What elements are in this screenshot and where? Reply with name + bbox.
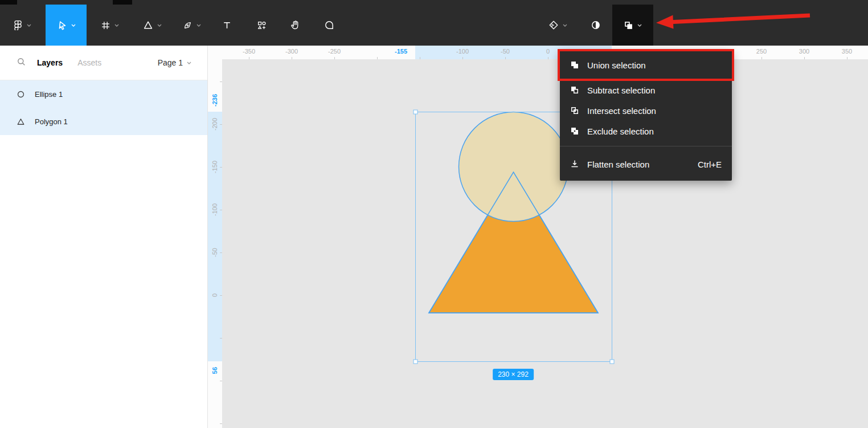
ruler-tick (220, 81, 222, 82)
triangle-icon (143, 20, 153, 30)
ruler-label: -236 (211, 94, 218, 107)
chevron-down-icon[interactable] (563, 24, 567, 27)
ruler-label: 0 (211, 294, 218, 297)
left-sidebar: Layers Assets Page 1 Ellipse 1 Polygon 1 (0, 46, 208, 428)
menu-item-label: Subtract selection (587, 85, 655, 95)
mask-icon (548, 20, 559, 30)
ruler-tick (761, 57, 762, 59)
tab-assets[interactable]: Assets (77, 58, 101, 67)
ruler-tick (220, 124, 222, 125)
window-strip (113, 0, 132, 5)
text-icon (222, 21, 232, 30)
chevron-down-icon (27, 24, 31, 27)
canvas-artwork (222, 59, 868, 428)
boolean-union-icon (624, 21, 633, 30)
ruler-tick (505, 57, 506, 59)
menu-item-shortcut: Ctrl+E (698, 160, 722, 169)
figma-logo-icon (13, 20, 23, 30)
annotation-arrow-icon (649, 6, 868, 34)
window-strip (0, 0, 17, 5)
menu-item-exclude-selection[interactable]: Exclude selection (560, 121, 732, 141)
ruler-tick (462, 57, 463, 59)
resources-tool-button[interactable] (249, 5, 273, 46)
page-selector-label: Page 1 (158, 58, 183, 67)
horizontal-ruler[interactable]: -350-300-250-155-100-500250300350 (222, 46, 868, 59)
move-tool-button[interactable] (46, 5, 87, 46)
ruler-label: -50 (501, 48, 510, 55)
chevron-down-icon[interactable] (157, 24, 162, 27)
page-selector[interactable]: Page 1 (158, 58, 191, 67)
ruler-label: -300 (285, 48, 298, 55)
subtract-icon (570, 85, 579, 95)
selection-handle-top-left[interactable] (413, 110, 417, 114)
ruler-tick (220, 210, 222, 210)
ruler-tick (292, 57, 292, 59)
vertical-ruler[interactable]: -236-200-150-100-50056 (207, 59, 222, 428)
selection-handle-bottom-right[interactable] (610, 360, 614, 364)
ruler-label: 300 (799, 48, 809, 55)
ruler-corner (207, 46, 222, 59)
boolean-groups-tool-button[interactable] (612, 5, 653, 46)
ruler-label: -200 (211, 118, 218, 131)
menu-item-label: Flatten selection (587, 160, 649, 169)
shape-tool-button[interactable] (135, 5, 169, 46)
main-menu-button[interactable] (6, 5, 38, 46)
chevron-down-icon[interactable] (114, 24, 119, 27)
ruler-label: 56 (211, 367, 218, 374)
hand-tool-button[interactable] (284, 5, 306, 46)
frame-icon (101, 21, 110, 30)
ruler-tick (249, 57, 249, 59)
layer-row-ellipse-1[interactable]: Ellipse 1 (0, 80, 207, 108)
menu-item-label: Exclude selection (587, 127, 654, 136)
chevron-down-icon[interactable] (71, 24, 76, 27)
comment-icon (324, 20, 334, 30)
mask-tool-button[interactable] (540, 5, 575, 46)
menu-item-intersect-selection[interactable]: Intersect selection (560, 100, 732, 121)
comment-tool-button[interactable] (318, 5, 341, 46)
ruler-label: -155 (395, 48, 407, 55)
ruler-tick (220, 295, 222, 296)
ruler-tick (548, 57, 548, 59)
ruler-label: 350 (842, 48, 852, 55)
chevron-down-icon[interactable] (196, 24, 201, 27)
layer-name: Ellipse 1 (35, 90, 63, 99)
canvas[interactable]: 230 × 292 (222, 59, 868, 428)
tab-layers[interactable]: Layers (37, 58, 63, 67)
layer-row-polygon-1[interactable]: Polygon 1 (0, 108, 207, 135)
ruler-tick (220, 423, 222, 424)
resources-icon (257, 21, 267, 30)
chevron-down-icon[interactable] (637, 24, 642, 27)
selection-size-badge: 230 × 292 (493, 369, 534, 380)
frame-tool-button[interactable] (93, 5, 127, 46)
ruler-label: -150 (211, 161, 218, 173)
search-icon[interactable] (17, 58, 26, 68)
text-tool-button[interactable] (215, 5, 238, 46)
ellipse-shape[interactable] (459, 112, 568, 222)
ruler-tick (847, 57, 847, 59)
blend-tool-button[interactable] (585, 5, 607, 46)
ruler-tick (220, 167, 222, 168)
hand-icon (290, 20, 300, 30)
ruler-tick (804, 57, 805, 59)
menu-item-flatten-selection[interactable]: Flatten selection Ctrl+E (560, 151, 732, 177)
cursor-icon (56, 20, 67, 31)
selection-handle-bottom-left[interactable] (413, 360, 417, 364)
ruler-label: -350 (243, 48, 255, 55)
flatten-icon (570, 160, 579, 169)
vertical-ruler-selection-band (207, 112, 222, 361)
half-circle-icon (591, 20, 601, 30)
ruler-tick (377, 57, 378, 59)
menu-item-label: Intersect selection (587, 106, 656, 116)
ellipse-icon (17, 91, 24, 98)
ruler-tick (420, 57, 420, 59)
ruler-tick (220, 381, 222, 381)
ruler-tick (220, 338, 222, 339)
ruler-tick (220, 252, 222, 253)
chevron-down-icon (187, 62, 191, 64)
pen-tool-button[interactable] (175, 5, 209, 46)
ruler-label: -250 (328, 48, 341, 55)
ruler-tick (334, 57, 335, 59)
menu-item-subtract-selection[interactable]: Subtract selection (560, 80, 732, 100)
intersect-icon (570, 106, 579, 115)
ruler-label: -100 (211, 203, 218, 216)
